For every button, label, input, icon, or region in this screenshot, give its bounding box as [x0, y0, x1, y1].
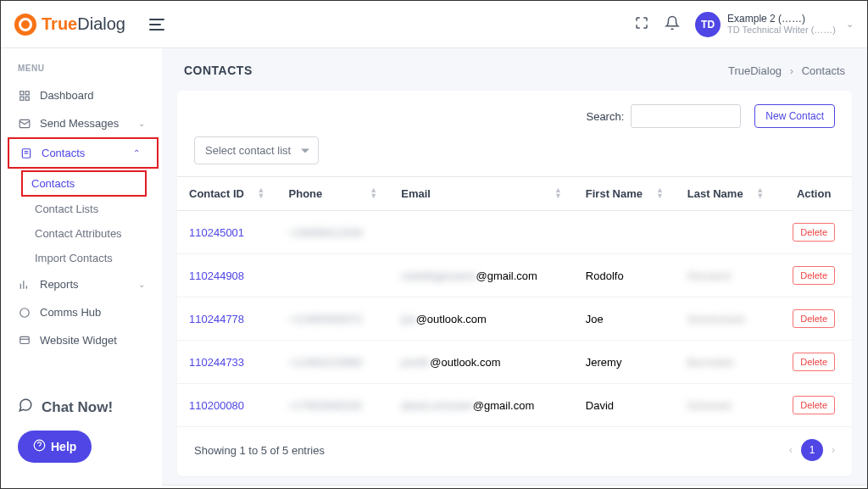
- sidebar-label: Send Messages: [40, 117, 119, 130]
- widget-icon: [18, 335, 31, 347]
- col-first-name[interactable]: First Name▲▼: [574, 177, 676, 211]
- contacts-table: Contact ID▲▼ Phone▲▼ Email▲▼ First Name▲…: [177, 176, 852, 427]
- search-group: Search:: [586, 104, 741, 128]
- page-header: CONTACTS TrueDialog › Contacts: [162, 48, 867, 86]
- user-line2: TD Technical Writer (……): [727, 25, 836, 36]
- menu-toggle-icon[interactable]: [149, 19, 164, 31]
- header-left: TrueDialog: [14, 14, 164, 36]
- brand-logo[interactable]: TrueDialog: [14, 14, 125, 36]
- first-name-value: Jeremy: [574, 341, 676, 384]
- email-value: [389, 211, 574, 254]
- bell-icon[interactable]: [665, 15, 680, 34]
- sidebar-subitem-contact-lists[interactable]: Contact Lists: [35, 197, 162, 221]
- sidebar-subitem-import-contacts[interactable]: Import Contacts: [35, 246, 162, 270]
- envelope-icon: [18, 118, 31, 130]
- sidebar-label: Contacts: [42, 147, 85, 159]
- chevron-up-icon: ⌃: [133, 148, 140, 158]
- contact-id-link[interactable]: 110244908: [189, 270, 244, 282]
- sidebar-subitem-contact-attributes[interactable]: Contact Attributes: [35, 221, 162, 246]
- sidebar-label: Comms Hub: [40, 306, 101, 319]
- search-input[interactable]: [631, 104, 741, 128]
- chart-icon: [18, 279, 31, 291]
- chevron-right-icon: ›: [790, 64, 793, 77]
- email-value: david.schonert@gmail.com: [389, 384, 574, 427]
- pager: ‹ 1 ›: [789, 439, 835, 461]
- svg-rect-3: [25, 97, 29, 100]
- contact-list-select[interactable]: Select contact list: [194, 136, 319, 164]
- table-row: 110244733+12483215860jsmith@outlook.comJ…: [177, 341, 852, 384]
- help-label: Help: [51, 440, 76, 453]
- sidebar-item-reports[interactable]: Reports ⌄: [1, 270, 162, 298]
- card-toolbar: Search: New Contact: [177, 91, 852, 136]
- contact-id-link[interactable]: 110244778: [189, 313, 244, 325]
- email-value: rodolfogiovanni@gmail.com: [389, 254, 574, 297]
- phone-value: +12485400072: [289, 313, 363, 325]
- footer: © 2014-2023 TrueDialog. Legal Contact Us…: [162, 485, 867, 488]
- sidebar-label: Website Widget: [40, 334, 117, 347]
- breadcrumb: TrueDialog › Contacts: [728, 64, 845, 77]
- breadcrumb-root[interactable]: TrueDialog: [728, 64, 782, 77]
- sidebar-item-website-widget[interactable]: Website Widget: [1, 326, 162, 354]
- user-line1: Example 2 (……): [727, 13, 836, 25]
- last-name-value: [676, 211, 776, 254]
- contacts-submenu: Contact Lists Contact Attributes Import …: [1, 197, 162, 270]
- highlight-box: Contacts ⌃: [8, 137, 159, 169]
- col-contact-id[interactable]: Contact ID▲▼: [177, 177, 277, 211]
- sidebar-label: Reports: [40, 278, 79, 291]
- last-name-value: Burnstein: [676, 341, 776, 384]
- email-value: jsmith@outlook.com: [389, 341, 574, 384]
- delete-button[interactable]: Delete: [793, 266, 835, 285]
- table-row: 110244778+12485400072joe@outlook.comJoeS…: [177, 297, 852, 341]
- col-email[interactable]: Email▲▼: [389, 177, 574, 211]
- contact-id-link[interactable]: 110200080: [189, 399, 244, 412]
- dashboard-icon: [18, 90, 31, 102]
- col-phone[interactable]: Phone▲▼: [277, 177, 390, 211]
- sidebar-item-contacts[interactable]: Contacts ⌃: [9, 139, 157, 167]
- chat-now-link[interactable]: Chat Now!: [18, 397, 145, 417]
- table-row: 110200080+17603848182david.schonert@gmai…: [177, 384, 852, 427]
- sidebar-item-send-messages[interactable]: Send Messages ⌄: [1, 109, 162, 137]
- question-icon: [33, 439, 46, 454]
- phone-value: +19408412434: [289, 226, 363, 239]
- sidebar-item-comms-hub[interactable]: Comms Hub: [1, 298, 162, 326]
- first-name-value: [574, 211, 676, 254]
- table-row: 110245001+19408412434Delete: [177, 211, 852, 254]
- prev-page-button[interactable]: ‹: [789, 444, 793, 456]
- brand-true: True: [42, 14, 77, 33]
- delete-button[interactable]: Delete: [793, 309, 835, 328]
- new-contact-button[interactable]: New Contact: [754, 104, 835, 128]
- svg-rect-0: [20, 91, 24, 94]
- chat-area: Chat Now! Help: [1, 397, 162, 473]
- chevron-down-icon: ⌄: [138, 119, 145, 128]
- highlight-box-sub: Contacts: [21, 170, 147, 197]
- svg-point-11: [20, 308, 30, 317]
- select-placeholder: Select contact list: [205, 144, 291, 157]
- table-row: 110244908rodolfogiovanni@gmail.comRodolf…: [177, 254, 852, 297]
- contact-id-link[interactable]: 110245001: [189, 226, 244, 239]
- chat-label: Chat Now!: [42, 399, 113, 416]
- chevron-down-icon: ⌄: [846, 19, 854, 30]
- sidebar-subitem-contacts[interactable]: Contacts: [31, 175, 136, 192]
- next-page-button[interactable]: ›: [832, 444, 835, 456]
- contacts-card: Search: New Contact Select contact list …: [177, 91, 852, 476]
- delete-button[interactable]: Delete: [793, 223, 835, 242]
- help-button[interactable]: Help: [18, 431, 92, 463]
- contacts-icon: [19, 147, 33, 159]
- last-name-value: Schonert: [676, 384, 776, 427]
- svg-rect-12: [20, 336, 30, 343]
- sidebar-item-dashboard[interactable]: Dashboard: [1, 81, 162, 109]
- menu-label: MENU: [1, 64, 162, 81]
- page-number-current[interactable]: 1: [801, 439, 823, 461]
- avatar: TD: [695, 12, 721, 37]
- delete-button[interactable]: Delete: [793, 396, 835, 414]
- search-label: Search:: [586, 110, 624, 123]
- fullscreen-icon[interactable]: [634, 15, 649, 34]
- user-menu[interactable]: TD Example 2 (……) TD Technical Writer (……: [695, 12, 854, 37]
- delete-button[interactable]: Delete: [793, 353, 835, 371]
- phone-value: +12483215860: [289, 356, 363, 369]
- contact-id-link[interactable]: 110244733: [189, 356, 244, 369]
- col-last-name[interactable]: Last Name▲▼: [676, 177, 776, 211]
- hub-icon: [18, 307, 31, 319]
- brand-dialog: Dialog: [77, 14, 125, 33]
- sidebar-label: Dashboard: [40, 89, 94, 102]
